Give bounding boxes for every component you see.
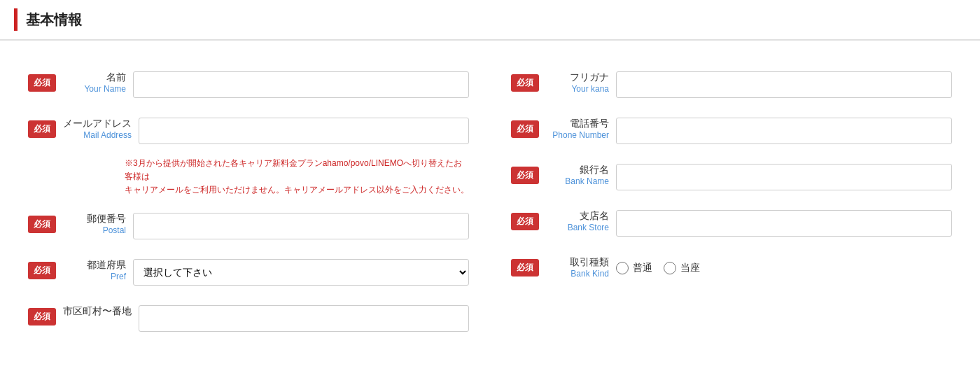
bank-label-group: 銀行名 Bank Name — [546, 164, 609, 186]
radio-futsu-label: 普通 — [633, 262, 652, 274]
bank-label-en: Bank Name — [565, 176, 609, 186]
form-grid: 必須 名前 Your Name 必須 メールアドレス Mail Address — [28, 62, 952, 342]
address-required-badge: 必須 — [28, 308, 56, 326]
bank-row: 必須 銀行名 Bank Name — [511, 154, 952, 200]
red-accent-bar — [14, 8, 18, 31]
branch-label-en: Bank Store — [568, 223, 609, 232]
pref-label-group: 都道府県 Pref — [63, 259, 126, 281]
form-section: 必須 名前 Your Name 必須 メールアドレス Mail Address — [0, 55, 980, 349]
phone-input[interactable] — [616, 118, 952, 144]
email-notice: ※3月から提供が開始された各キャリア新料金プランahamo/povo/LINEM… — [28, 154, 469, 203]
radio-toza-label: 当座 — [680, 262, 700, 274]
email-label-en: Mail Address — [83, 130, 132, 140]
branch-input-wrap — [616, 210, 952, 237]
email-input-wrap — [139, 118, 469, 144]
bank-input-wrap — [616, 164, 952, 190]
postal-label-jp: 郵便番号 — [87, 213, 126, 225]
postal-input[interactable] — [133, 213, 469, 239]
right-column: 必須 フリガナ Your kana 必須 電話番号 Phone Number — [511, 62, 952, 342]
account-type-input-wrap: 普通 当座 — [616, 256, 952, 274]
account-type-label-jp: 取引種類 — [570, 256, 609, 269]
name-label-jp: 名前 — [106, 71, 126, 84]
pref-required-badge: 必須 — [28, 262, 56, 279]
name-input-wrap — [133, 71, 469, 98]
pref-label-en: Pref — [111, 272, 126, 281]
postal-label-en: Postal — [103, 225, 126, 235]
radio-toza[interactable] — [664, 262, 676, 274]
name-row: 必須 名前 Your Name — [28, 62, 469, 108]
phone-input-wrap — [616, 118, 952, 144]
kana-label-group: フリガナ Your kana — [546, 71, 609, 94]
page-title: 基本情報 — [26, 10, 82, 29]
postal-input-wrap — [133, 213, 469, 239]
postal-row: 必須 郵便番号 Postal — [28, 203, 469, 249]
email-label-group: メールアドレス Mail Address — [63, 118, 132, 140]
postal-label-group: 郵便番号 Postal — [63, 213, 126, 235]
postal-required-badge: 必須 — [28, 216, 56, 233]
address-row: 必須 市区町村〜番地 — [28, 295, 469, 342]
phone-required-badge: 必須 — [511, 120, 539, 138]
radio-toza-option[interactable]: 当座 — [664, 262, 700, 274]
section-divider — [0, 40, 980, 41]
account-type-label-group: 取引種類 Bank Kind — [546, 256, 609, 279]
pref-label-jp: 都道府県 — [87, 259, 126, 272]
email-required-badge: 必須 — [28, 120, 56, 138]
page-title-bar: 基本情報 — [14, 8, 82, 31]
branch-required-badge: 必須 — [511, 213, 539, 230]
account-type-radio-group: 普通 当座 — [616, 262, 952, 274]
kana-input[interactable] — [616, 71, 952, 98]
phone-label-group: 電話番号 Phone Number — [546, 118, 609, 140]
phone-row: 必須 電話番号 Phone Number — [511, 108, 952, 154]
bank-label-jp: 銀行名 — [580, 164, 609, 176]
page-container: 基本情報 必須 名前 Your Name — [0, 0, 980, 385]
address-input[interactable] — [139, 305, 469, 332]
name-label-en: Your Name — [84, 84, 126, 94]
email-row: 必須 メールアドレス Mail Address — [28, 108, 469, 154]
pref-select-wrap: 選択して下さい 北海道 青森県 東京都 大阪府 — [133, 259, 469, 286]
kana-label-en: Your kana — [571, 84, 609, 94]
bank-required-badge: 必須 — [511, 167, 539, 184]
name-required-badge: 必須 — [28, 74, 56, 92]
address-input-wrap — [139, 305, 469, 332]
kana-input-wrap — [616, 71, 952, 98]
account-type-required-badge: 必須 — [511, 259, 539, 276]
email-label-jp: メールアドレス — [63, 118, 132, 130]
pref-row: 必須 都道府県 Pref 選択して下さい 北海道 青森県 東京都 大阪府 — [28, 249, 469, 295]
branch-label-group: 支店名 Bank Store — [546, 210, 609, 232]
kana-required-badge: 必須 — [511, 74, 539, 92]
radio-futsu-option[interactable]: 普通 — [616, 262, 652, 274]
radio-futsu[interactable] — [616, 262, 629, 274]
kana-row: 必須 フリガナ Your kana — [511, 62, 952, 108]
left-column: 必須 名前 Your Name 必須 メールアドレス Mail Address — [28, 62, 469, 342]
branch-input[interactable] — [616, 210, 952, 237]
name-label-group: 名前 Your Name — [63, 71, 126, 94]
bank-input[interactable] — [616, 164, 952, 190]
branch-label-jp: 支店名 — [580, 210, 609, 223]
pref-select[interactable]: 選択して下さい 北海道 青森県 東京都 大阪府 — [133, 259, 469, 286]
name-input[interactable] — [133, 71, 469, 98]
branch-row: 必須 支店名 Bank Store — [511, 200, 952, 246]
phone-label-en: Phone Number — [552, 130, 609, 140]
email-input[interactable] — [139, 118, 469, 144]
address-label-group: 市区町村〜番地 — [63, 305, 132, 318]
page-header: 基本情報 — [0, 0, 980, 40]
phone-label-jp: 電話番号 — [570, 118, 609, 130]
account-type-row: 必須 取引種類 Bank Kind 普通 — [511, 246, 952, 288]
address-label-jp: 市区町村〜番地 — [63, 305, 132, 318]
account-type-label-en: Bank Kind — [570, 269, 609, 279]
kana-label-jp: フリガナ — [570, 71, 609, 84]
